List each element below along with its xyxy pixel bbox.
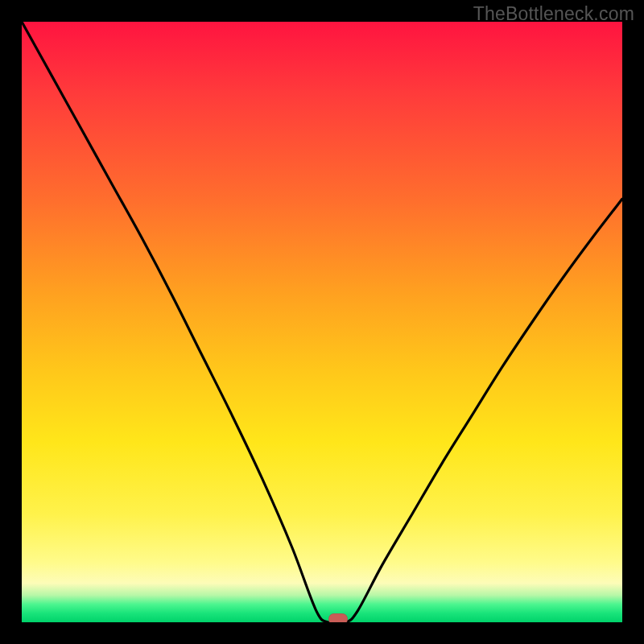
bottleneck-curve xyxy=(22,22,622,622)
optimal-marker xyxy=(328,613,348,622)
plot-area xyxy=(22,22,622,622)
watermark-text: TheBottleneck.com xyxy=(473,3,634,25)
chart-frame: TheBottleneck.com xyxy=(0,0,644,644)
